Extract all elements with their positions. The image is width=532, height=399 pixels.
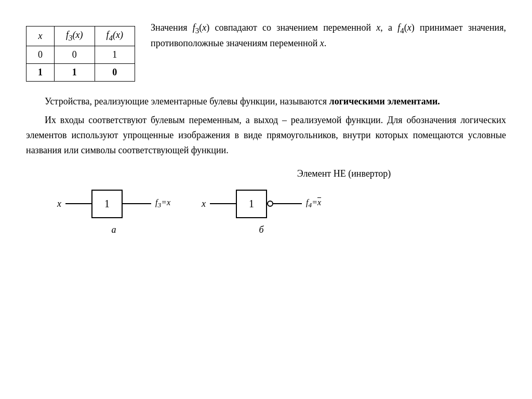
diagram-a-x-label: x — [57, 198, 61, 209]
paragraph-1: Устройства, реализующие элементарные бул… — [26, 94, 506, 109]
col-f4: f4(x) — [95, 26, 135, 46]
cell-f3-1: 1 — [55, 63, 95, 81]
paragraph-2: Их входы соответствуют булевым переменны… — [26, 113, 506, 157]
diagram-b-letter: б — [259, 224, 264, 235]
bold-phrase: логическими элементами. — [329, 96, 440, 107]
diagram-a: x 1 f3=x — [57, 190, 170, 218]
table-row: 0 0 1 — [26, 46, 135, 63]
diagram-b: x 1 f4=x — [202, 190, 321, 218]
diagram-b-wrapper: x 1 f4=x б — [202, 190, 321, 235]
truth-table-container: x f3(x) f4(x) 0 0 1 1 1 0 — [26, 26, 135, 82]
diagram-b-x-label: x — [202, 198, 206, 209]
diagram-b-invert-circle — [267, 201, 273, 207]
diagrams-row: x 1 f3=x а x 1 f4=x б — [26, 190, 321, 235]
diagram-b-input-line — [210, 203, 236, 204]
diagram-title: Элемент НЕ (инвертор) — [26, 168, 506, 179]
diagram-a-output-line — [123, 203, 151, 204]
truth-table: x f3(x) f4(x) 0 0 1 1 1 0 — [26, 26, 135, 82]
col-x: x — [26, 26, 55, 46]
cell-f4-1: 0 — [95, 63, 135, 81]
diagram-a-letter: а — [112, 224, 116, 235]
table-row: 1 1 0 — [26, 63, 135, 81]
cell-x0: 0 — [26, 46, 55, 63]
diagram-a-output-label: f3=x — [155, 198, 170, 209]
cell-f4-0: 1 — [95, 46, 135, 63]
diagram-a-box: 1 — [91, 190, 123, 218]
diagram-b-output-line — [273, 203, 302, 204]
diagrams-section: Элемент НЕ (инвертор) x 1 f3=x а x 1 — [26, 168, 506, 235]
top-section: x f3(x) f4(x) 0 0 1 1 1 0 Значения f3( — [26, 16, 506, 82]
cell-f3-0: 0 — [55, 46, 95, 63]
diagram-a-wrapper: x 1 f3=x а — [57, 190, 170, 235]
main-text-block: Устройства, реализующие элементарные бул… — [26, 94, 506, 158]
right-description: Значения f3(x) совпадают со значением пе… — [151, 16, 506, 82]
diagram-b-output-label: f4=x — [306, 198, 321, 209]
diagram-b-box: 1 — [236, 190, 267, 218]
col-f3: f3(x) — [55, 26, 95, 46]
cell-x1: 1 — [26, 63, 55, 81]
diagram-a-input-line — [65, 203, 91, 204]
